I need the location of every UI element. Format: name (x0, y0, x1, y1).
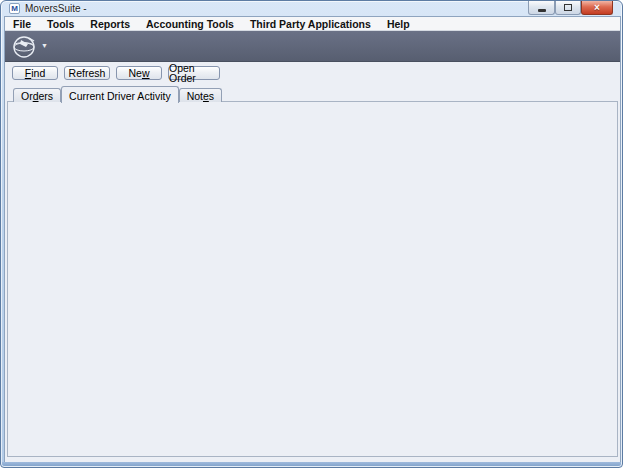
logo-toolbar: ▼ (5, 31, 620, 62)
moverssuite-window: M MoversSuite - × File Tools Reports Acc… (0, 0, 623, 468)
close-button[interactable]: × (581, 1, 613, 15)
tab-notes[interactable]: Notes (179, 88, 222, 102)
minimize-button[interactable] (528, 1, 555, 15)
current-driver-activity-panel (7, 101, 618, 457)
maximize-icon (564, 4, 572, 11)
tab-strip: Orders Current Driver Activity Notes (13, 86, 222, 102)
menu-third-party-applications[interactable]: Third Party Applications (242, 18, 379, 30)
title-bar[interactable]: M MoversSuite - × (1, 1, 622, 16)
minimize-icon (538, 9, 546, 12)
maximize-button[interactable] (555, 1, 581, 15)
find-button[interactable]: Find (12, 66, 58, 80)
menu-accounting-tools[interactable]: Accounting Tools (138, 18, 242, 30)
window-frame: M MoversSuite - × File Tools Reports Acc… (0, 0, 623, 468)
tab-current-driver-activity[interactable]: Current Driver Activity (61, 86, 179, 103)
refresh-button[interactable]: Refresh (64, 66, 110, 80)
menu-help[interactable]: Help (379, 18, 418, 30)
app-icon: M (9, 3, 20, 14)
logo-dropdown-icon[interactable]: ▼ (41, 42, 48, 49)
menu-file[interactable]: File (5, 18, 39, 30)
open-order-button[interactable]: Open Order (168, 66, 220, 80)
tab-orders[interactable]: Orders (13, 88, 61, 102)
new-button[interactable]: New (116, 66, 162, 80)
menu-reports[interactable]: Reports (82, 18, 138, 30)
window-title: MoversSuite - (25, 3, 87, 14)
frame-bottom-edge (2, 462, 621, 466)
menu-tools[interactable]: Tools (39, 18, 82, 30)
moverssuite-globe-icon[interactable] (12, 34, 37, 59)
menu-bar: File Tools Reports Accounting Tools Thir… (5, 17, 620, 31)
close-icon: × (594, 3, 600, 13)
